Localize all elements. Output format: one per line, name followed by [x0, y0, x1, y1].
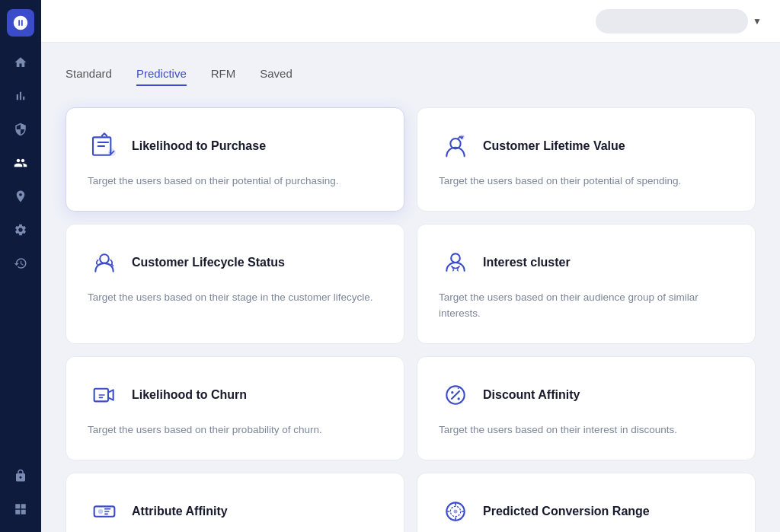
card-header: Customer Lifetime Value [439, 129, 734, 163]
card-title: Customer Lifetime Value [483, 139, 625, 153]
card-header: Customer Lifecycle Status [88, 246, 382, 279]
chevron-down-icon: ▼ [753, 16, 762, 27]
card-description: Target the users based on their interest… [439, 422, 734, 438]
card-likelihood-purchase[interactable]: Likelihood to Purchase Target the users … [66, 107, 404, 212]
card-predicted-conversion[interactable]: Predicted Conversion Range Target the us… [417, 473, 756, 532]
card-likelihood-churn[interactable]: Likelihood to Churn Target the users bas… [66, 356, 404, 460]
card-discount-affinity[interactable]: Discount Affinity Target the users based… [417, 356, 756, 460]
svg-point-14 [454, 509, 458, 513]
card-header: Predicted Conversion Range [439, 495, 734, 528]
sidebar-item-location[interactable] [7, 183, 34, 210]
card-title: Likelihood to Purchase [132, 139, 266, 153]
discount-icon [439, 378, 472, 412]
card-interest-cluster[interactable]: Interest cluster Target the users based … [417, 224, 756, 344]
header: ▼ [41, 0, 780, 43]
card-description: Target the users based on their probabil… [88, 422, 382, 438]
card-title: Customer Lifecycle Status [132, 256, 285, 269]
sidebar-item-security[interactable] [7, 116, 34, 143]
card-description: Target the users based on their potentia… [88, 174, 382, 190]
card-customer-lifecycle-status[interactable]: Customer Lifecycle Status Target the use… [66, 224, 404, 344]
tabs-bar: Standard Predictive RFM Saved [66, 67, 756, 86]
svg-point-9 [458, 397, 460, 400]
sidebar-item-lock[interactable] [7, 462, 34, 489]
interest-icon [439, 246, 472, 279]
sidebar-item-history[interactable] [7, 250, 34, 277]
tab-standard[interactable]: Standard [66, 67, 112, 86]
sidebar-bottom [7, 462, 34, 523]
content-area: Standard Predictive RFM Saved [41, 43, 780, 532]
churn-icon [88, 378, 121, 412]
card-title: Likelihood to Churn [132, 388, 247, 402]
conversion-icon [439, 495, 472, 528]
workspace-select[interactable] [596, 9, 748, 33]
sidebar-item-settings[interactable] [7, 216, 34, 244]
svg-point-8 [451, 391, 453, 393]
tab-predictive[interactable]: Predictive [136, 67, 187, 86]
card-title: Predicted Conversion Range [483, 505, 650, 518]
card-title: Interest cluster [483, 256, 571, 269]
sidebar-item-grid[interactable] [7, 495, 34, 523]
card-header: Discount Affinity [439, 378, 734, 412]
svg-point-11 [99, 509, 103, 513]
tab-rfm[interactable]: RFM [211, 67, 236, 86]
svg-point-4 [100, 254, 109, 263]
svg-point-5 [451, 253, 460, 263]
tab-saved[interactable]: Saved [260, 67, 292, 86]
sidebar-item-home[interactable] [7, 49, 34, 76]
cards-grid: Likelihood to Purchase Target the users … [66, 107, 756, 532]
card-header: Attribute Affinity [88, 495, 382, 528]
card-header: Interest cluster [439, 246, 734, 279]
card-title: Attribute Affinity [132, 505, 228, 518]
lifecycle-icon [88, 246, 121, 279]
sidebar-item-analytics[interactable] [7, 82, 34, 110]
sidebar [0, 0, 41, 532]
lifetime-icon [439, 129, 472, 163]
sidebar-item-audience[interactable] [7, 149, 34, 177]
purchase-icon [88, 129, 121, 163]
card-customer-lifetime-value[interactable]: Customer Lifetime Value Target the users… [417, 107, 756, 212]
card-description: Target the users based on their stage in… [88, 290, 382, 306]
card-title: Discount Affinity [483, 388, 580, 402]
card-attribute-affinity[interactable]: Attribute Affinity Target the users base… [66, 473, 404, 532]
card-header: Likelihood to Churn [88, 378, 382, 412]
main-content: ▼ Standard Predictive RFM Saved [41, 0, 780, 532]
header-dropdown-wrapper: ▼ [596, 9, 762, 33]
card-header: Likelihood to Purchase [88, 129, 382, 163]
attribute-icon [88, 495, 121, 528]
card-description: Target the users based on their potentia… [439, 174, 734, 190]
card-description: Target the users based on their audience… [439, 290, 734, 322]
app-logo[interactable] [7, 9, 34, 37]
